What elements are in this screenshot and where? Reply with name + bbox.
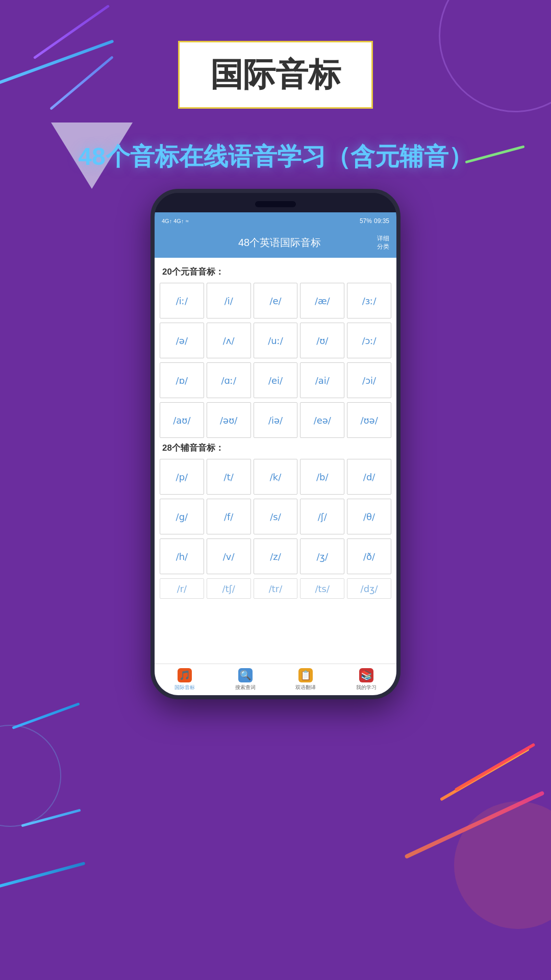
- nav-item-phonetics[interactable]: 🎵 国际音标: [155, 664, 215, 695]
- nav-label-translate: 双语翻译: [295, 684, 316, 691]
- phonetic-cell[interactable]: /z/: [254, 538, 298, 574]
- vowels-row-4: /aʊ/ /əʊ/ /iə/ /eə/ /ʊə/: [160, 402, 391, 438]
- deco-line-extra-2: [12, 702, 80, 729]
- page-title: 国际音标: [210, 53, 341, 97]
- deco-line-5: [0, 862, 85, 891]
- bottom-nav: 🎵 国际音标 🔍 搜索查词 📋 双语翻译 📚 我的学习: [155, 664, 396, 695]
- phone-notch-area: [155, 193, 396, 212]
- consonants-row-1: /p/ /t/ /k/ /b/ /d/: [160, 459, 391, 495]
- content-area: 20个元音音标： /iː/ /i/ /e/ /æ/ /ɜː/ /ə/ /ʌ/ /…: [155, 258, 396, 664]
- phone-mockup: 4G↑ 4G↑ ≈ 57% 09:35 48个英语国际音标 详细 分类 20个元…: [151, 189, 400, 699]
- title-box: 国际音标: [178, 41, 373, 109]
- nav-label-study: 我的学习: [356, 684, 377, 691]
- phonetic-cell[interactable]: /g/: [160, 499, 204, 534]
- phonetic-cell[interactable]: /tʃ/: [207, 578, 251, 599]
- status-bar: 4G↑ 4G↑ ≈ 57% 09:35: [155, 212, 396, 230]
- phonetic-cell[interactable]: /ʌ/: [207, 323, 251, 358]
- vowels-row-2: /ə/ /ʌ/ /uː/ /ʊ/ /ɔː/: [160, 323, 391, 358]
- deco-line-1: [0, 39, 114, 86]
- vowels-row-3: /ɒ/ /ɑː/ /ei/ /ai/ /ɔi/: [160, 362, 391, 398]
- app-header-title: 48个英语国际音标: [182, 236, 377, 250]
- phonetic-cell[interactable]: /ɔi/: [347, 362, 391, 398]
- phonetic-cell[interactable]: /tr/: [254, 578, 298, 599]
- deco-circle-bottom-right: [454, 801, 551, 929]
- deco-circle-top-right: [439, 0, 551, 112]
- status-right: 57% 09:35: [360, 217, 389, 225]
- phonetic-cell[interactable]: /əʊ/: [207, 402, 251, 438]
- nav-label-phonetics: 国际音标: [174, 684, 195, 691]
- phonetic-cell[interactable]: /v/: [207, 538, 251, 574]
- phonetic-cell[interactable]: /ʊə/: [347, 402, 391, 438]
- app-header-detail[interactable]: 详细 分类: [377, 235, 389, 251]
- consonants-row-3: /h/ /v/ /z/ /ʒ/ /ð/: [160, 538, 391, 574]
- app-header: 48个英语国际音标 详细 分类: [155, 230, 396, 258]
- phonetic-cell[interactable]: /ɜː/: [347, 283, 391, 318]
- time-text: 09:35: [374, 217, 389, 225]
- nav-item-translate[interactable]: 📋 双语翻译: [276, 664, 336, 695]
- phonetic-cell[interactable]: /k/: [254, 459, 298, 495]
- phonetic-cell[interactable]: /aʊ/: [160, 402, 204, 438]
- phonetic-cell[interactable]: /uː/: [254, 323, 298, 358]
- phonetic-cell[interactable]: /b/: [300, 459, 344, 495]
- phonetic-cell[interactable]: /iə/: [254, 402, 298, 438]
- deco-line-extra-1: [49, 56, 114, 110]
- deco-circle-bottom-left: [0, 725, 61, 827]
- nav-item-search[interactable]: 🔍 搜索查词: [215, 664, 276, 695]
- translate-icon: 📋: [298, 668, 313, 682]
- phonetic-cell[interactable]: /ɑː/: [207, 362, 251, 398]
- phone-notch: [255, 201, 296, 207]
- nav-item-study[interactable]: 📚 我的学习: [336, 664, 397, 695]
- study-icon: 📚: [359, 668, 373, 682]
- deco-line-2: [33, 5, 110, 59]
- deco-line-extra-3: [455, 743, 536, 791]
- phonetics-icon: 🎵: [178, 668, 192, 682]
- phonetic-cell[interactable]: /h/: [160, 538, 204, 574]
- phonetic-cell[interactable]: /t/: [207, 459, 251, 495]
- phonetic-cell[interactable]: /ʊ/: [300, 323, 344, 358]
- phonetic-cell[interactable]: /dʒ/: [347, 578, 391, 599]
- phonetic-cell[interactable]: /iː/: [160, 283, 204, 318]
- phonetic-cell[interactable]: /ai/: [300, 362, 344, 398]
- phonetic-cell[interactable]: /e/: [254, 283, 298, 318]
- vowels-row-1: /iː/ /i/ /e/ /æ/ /ɜː/: [160, 283, 391, 318]
- phonetic-cell[interactable]: /ə/: [160, 323, 204, 358]
- phonetic-cell[interactable]: /ts/: [300, 578, 344, 599]
- phonetic-cell[interactable]: /s/: [254, 499, 298, 534]
- nav-label-search: 搜索查词: [235, 684, 256, 691]
- consonants-row-2: /g/ /f/ /s/ /ʃ/ /θ/: [160, 499, 391, 534]
- consonants-row-4: /r/ /tʃ/ /tr/ /ts/ /dʒ/: [160, 578, 391, 599]
- phonetic-cell[interactable]: /ʒ/: [300, 538, 344, 574]
- phonetic-cell[interactable]: /r/: [160, 578, 204, 599]
- phonetic-cell[interactable]: /ɒ/: [160, 362, 204, 398]
- phonetic-cell[interactable]: /æ/: [300, 283, 344, 318]
- subtitle: 48个音标在线语音学习（含元辅音）: [0, 140, 551, 173]
- phonetic-cell[interactable]: /ei/: [254, 362, 298, 398]
- consonants-section-title: 28个辅音音标：: [162, 442, 391, 454]
- search-icon: 🔍: [238, 668, 253, 682]
- phonetic-cell[interactable]: /ʃ/: [300, 499, 344, 534]
- vowels-section-title: 20个元音音标：: [162, 266, 391, 278]
- phonetic-cell[interactable]: /eə/: [300, 402, 344, 438]
- phonetic-cell[interactable]: /θ/: [347, 499, 391, 534]
- phonetic-cell[interactable]: /f/: [207, 499, 251, 534]
- phonetic-cell[interactable]: /ɔː/: [347, 323, 391, 358]
- signal-text: 4G↑ 4G↑ ≈: [162, 218, 189, 224]
- phonetic-cell[interactable]: /p/: [160, 459, 204, 495]
- battery-text: 57%: [360, 217, 372, 225]
- status-left: 4G↑ 4G↑ ≈: [162, 218, 189, 224]
- phonetic-cell[interactable]: /d/: [347, 459, 391, 495]
- phonetic-cell[interactable]: /i/: [207, 283, 251, 318]
- phonetic-cell[interactable]: /ð/: [347, 538, 391, 574]
